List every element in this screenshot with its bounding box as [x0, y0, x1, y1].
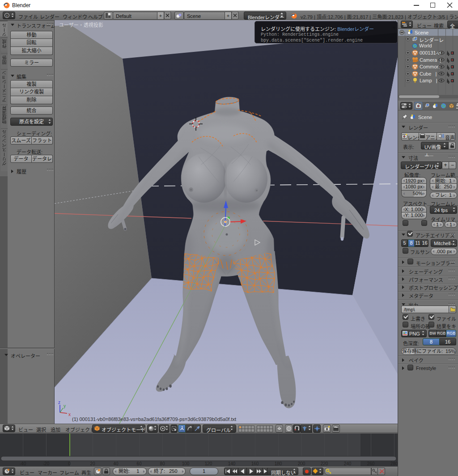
svg-text:-40: -40	[20, 461, 26, 466]
svg-text:200: 200	[298, 461, 305, 466]
svg-text:40: 40	[113, 461, 119, 466]
svg-text:240: 240	[344, 461, 352, 466]
svg-text:80: 80	[160, 461, 165, 466]
svg-text:0: 0	[68, 461, 71, 466]
svg-text:20: 20	[90, 461, 95, 466]
svg-text:220: 220	[321, 461, 328, 466]
svg-text:ユーザー・透視投影: ユーザー・透視投影	[59, 22, 103, 28]
svg-text:140: 140	[228, 461, 236, 466]
svg-text:y: y	[64, 404, 66, 408]
svg-text:-20: -20	[43, 461, 50, 466]
svg-text:(1) 000131-vb0=86f83e83-vs=ba2: (1) 000131-vb0=86f83e83-vs=ba2ad61fa36ff…	[72, 416, 236, 422]
svg-text:120: 120	[205, 461, 212, 466]
svg-text:260: 260	[367, 461, 375, 466]
svg-text:160: 160	[251, 461, 259, 466]
svg-text:180: 180	[275, 461, 282, 466]
svg-text:280: 280	[390, 461, 398, 466]
svg-text:60: 60	[136, 461, 142, 466]
svg-text:100: 100	[182, 461, 190, 466]
svg-text:x: x	[68, 412, 71, 417]
svg-text:z: z	[58, 400, 60, 405]
